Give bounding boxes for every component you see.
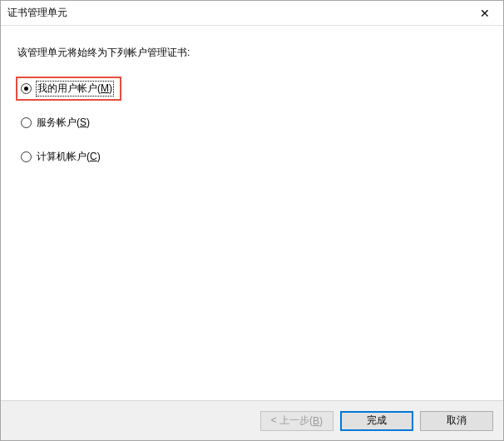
titlebar: 证书管理单元 ✕ (1, 1, 503, 26)
back-button: < 上一步(B) (260, 411, 334, 431)
radio-icon (21, 83, 32, 94)
option-service-account[interactable]: 服务帐户(S) (16, 111, 96, 135)
close-icon: ✕ (480, 7, 490, 20)
close-button[interactable]: ✕ (466, 1, 503, 25)
option-my-user-account-label: 我的用户帐户(M) (37, 82, 113, 96)
option-service-account-label: 服务帐户(S) (37, 116, 90, 130)
prompt-text: 该管理单元将始终为下列帐户管理证书: (17, 46, 487, 60)
finish-button[interactable]: 完成 (340, 411, 413, 431)
radio-icon (21, 151, 32, 162)
window-title: 证书管理单元 (7, 6, 67, 20)
wizard-window: 证书管理单元 ✕ 该管理单元将始终为下列帐户管理证书: 我的用户帐户(M) 服务… (0, 0, 504, 441)
option-computer-account[interactable]: 计算机帐户(C) (16, 145, 107, 169)
wizard-body: 该管理单元将始终为下列帐户管理证书: 我的用户帐户(M) 服务帐户(S) 计算机… (1, 26, 503, 400)
cancel-button[interactable]: 取消 (420, 411, 493, 431)
radio-icon (21, 117, 32, 128)
option-computer-account-label: 计算机帐户(C) (37, 150, 101, 164)
wizard-button-row: < 上一步(B) 完成 取消 (1, 400, 503, 440)
account-options-group: 我的用户帐户(M) 服务帐户(S) 计算机帐户(C) (17, 77, 487, 169)
option-my-user-account[interactable]: 我的用户帐户(M) (16, 77, 121, 101)
